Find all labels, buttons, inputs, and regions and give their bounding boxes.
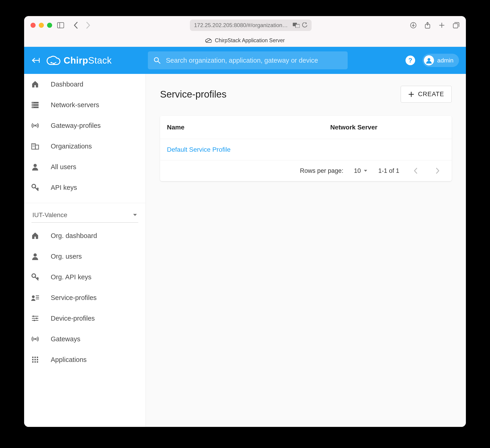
user-icon — [31, 252, 40, 261]
drawer-back-icon[interactable] — [31, 57, 40, 64]
next-page-button[interactable] — [432, 166, 443, 176]
svg-point-17 — [34, 125, 36, 127]
table-row: Default Service Profile — [160, 139, 452, 160]
cloud-icon — [205, 38, 212, 43]
create-button[interactable]: CREATE — [401, 86, 452, 103]
downloads-icon[interactable] — [410, 22, 417, 29]
sidebar-item-network-servers[interactable]: Network-servers — [24, 95, 146, 115]
user-name-label: admin — [437, 57, 454, 64]
svg-rect-6 — [453, 24, 458, 28]
tab-title-bar: ChirpStack Application Server — [24, 34, 466, 47]
create-button-label: CREATE — [418, 91, 444, 98]
help-button[interactable]: ? — [405, 56, 415, 65]
svg-rect-31 — [36, 299, 39, 299]
svg-point-10 — [428, 58, 430, 61]
svg-rect-23 — [34, 146, 35, 147]
sidebar-org-item-device-profiles[interactable]: Device-profiles — [24, 308, 146, 329]
nav-item-label: Applications — [51, 356, 87, 363]
app-logo[interactable]: ChirpStack — [47, 55, 112, 66]
sidebar-item-api-keys[interactable]: API keys — [24, 177, 146, 198]
svg-rect-39 — [32, 359, 34, 360]
nav-forward-icon[interactable] — [85, 22, 92, 29]
tune-icon — [31, 314, 40, 323]
app-header: ChirpStack ? admin — [24, 47, 466, 74]
logo-text-secondary: Stack — [88, 55, 112, 65]
svg-rect-41 — [37, 359, 38, 360]
svg-rect-0 — [57, 23, 64, 28]
sidebar-org-item-service-profiles[interactable]: Service-profiles — [24, 287, 146, 308]
url-bar[interactable]: 172.25.202.205:8080/#/organizations/2/se… — [190, 19, 312, 31]
org-selector[interactable]: IUT-Valence — [31, 209, 138, 223]
nav-item-label: Gateways — [51, 335, 80, 343]
column-header-network-server: Network Server — [323, 116, 452, 139]
page-title: Service-profiles — [160, 89, 226, 100]
sidebar-item-all-users[interactable]: All users — [24, 156, 146, 177]
sidebar-org-item-org-users[interactable]: Org. users — [24, 246, 146, 267]
svg-rect-44 — [37, 361, 38, 363]
nav-item-label: Organizations — [51, 143, 92, 150]
sidebar-org-item-org-dashboard[interactable]: Org. dashboard — [24, 225, 146, 246]
search-icon — [153, 57, 161, 64]
tab-title: ChirpStack Application Server — [215, 37, 285, 43]
search-box[interactable] — [148, 52, 348, 69]
svg-point-16 — [32, 107, 33, 108]
sidebar-toggle-icon[interactable] — [57, 22, 64, 29]
pagination-range: 1-1 of 1 — [378, 167, 399, 174]
nav-item-label: Org. users — [51, 253, 82, 260]
svg-rect-20 — [33, 145, 33, 145]
antenna-icon — [31, 121, 40, 130]
close-window-button[interactable] — [31, 23, 35, 28]
sidebar-org-item-org-api-keys[interactable]: Org. API keys — [24, 267, 146, 287]
nav-item-label: Network-servers — [51, 101, 99, 109]
browser-toolbar: 172.25.202.205:8080/#/organizations/2/se… — [24, 16, 466, 34]
main-content: Service-profiles CREATE Name Networ — [146, 74, 466, 427]
svg-rect-43 — [35, 361, 36, 363]
tabs-overview-icon[interactable] — [453, 22, 459, 29]
rows-per-page-select[interactable]: 10 — [354, 167, 368, 174]
sidebar-divider — [24, 203, 146, 203]
org-selector-value: IUT-Valence — [32, 211, 67, 219]
nav-item-label: All users — [51, 163, 76, 171]
logo-text-primary: Chirp — [64, 55, 88, 65]
rows-per-page-value: 10 — [354, 167, 361, 174]
translate-icon[interactable] — [293, 23, 300, 28]
svg-rect-29 — [36, 295, 39, 296]
sidebar-org-item-gateways[interactable]: Gateways — [24, 329, 146, 349]
user-menu[interactable]: admin — [422, 54, 459, 67]
table-header-row: Name Network Server — [160, 116, 452, 139]
prev-page-button[interactable] — [410, 166, 421, 176]
svg-point-14 — [32, 102, 33, 103]
svg-rect-18 — [32, 144, 35, 149]
nav-item-label: Org. API keys — [51, 273, 91, 281]
table-card: Name Network Server Default Service Prof… — [160, 116, 452, 181]
new-tab-icon[interactable] — [438, 22, 445, 29]
key-icon — [31, 272, 40, 282]
user-icon — [31, 162, 40, 172]
nav-item-label: Org. dashboard — [51, 232, 97, 240]
rows-per-page-label: Rows per page: — [300, 167, 343, 174]
user-avatar-icon — [424, 55, 434, 65]
svg-rect-40 — [35, 359, 36, 360]
nav-item-label: Service-profiles — [51, 294, 97, 302]
maximize-window-button[interactable] — [47, 23, 52, 28]
chevron-down-icon — [133, 214, 137, 217]
share-icon[interactable] — [424, 22, 431, 29]
home-icon — [31, 231, 40, 240]
service-profile-link[interactable]: Default Service Profile — [167, 146, 230, 153]
cell-network-server — [323, 139, 452, 160]
svg-point-24 — [34, 164, 37, 167]
apps-icon — [31, 355, 40, 364]
minimize-window-button[interactable] — [39, 23, 44, 28]
sidebar-item-dashboard[interactable]: Dashboard — [24, 74, 146, 95]
sidebar-item-organizations[interactable]: Organizations — [24, 136, 146, 156]
nav-back-icon[interactable] — [72, 22, 79, 29]
sidebar-org-item-applications[interactable]: Applications — [24, 349, 146, 370]
svg-point-26 — [34, 253, 37, 257]
search-input[interactable] — [166, 57, 342, 64]
home-icon — [31, 80, 40, 89]
reload-icon[interactable] — [302, 23, 307, 28]
window-controls — [31, 23, 52, 28]
url-text: 172.25.202.205:8080/#/organizations/2/se… — [194, 22, 290, 28]
svg-rect-32 — [33, 316, 34, 317]
sidebar-item-gateway-profiles[interactable]: Gateway-profiles — [24, 115, 146, 136]
